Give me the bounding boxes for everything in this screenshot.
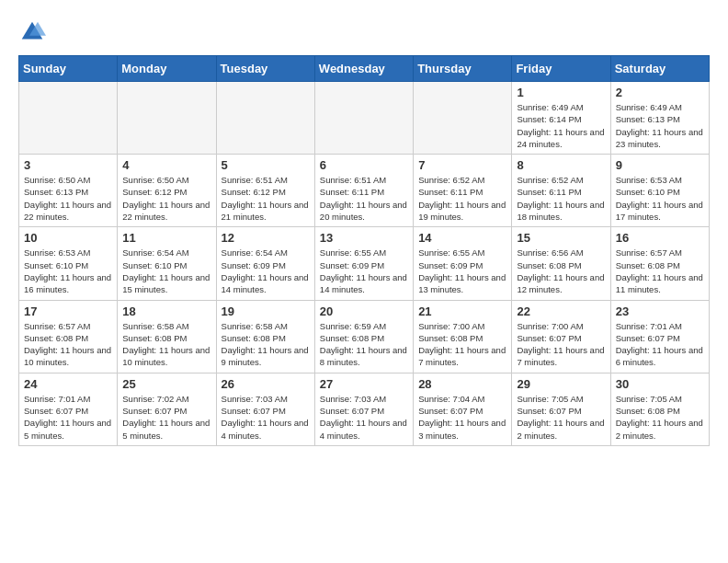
- calendar-cell: 11Sunrise: 6:54 AM Sunset: 6:10 PM Dayli…: [118, 227, 216, 300]
- calendar-cell: 2Sunrise: 6:49 AM Sunset: 6:13 PM Daylig…: [610, 82, 709, 155]
- day-number: 9: [616, 158, 704, 172]
- day-number: 5: [222, 158, 310, 172]
- calendar-cell: 21Sunrise: 7:00 AM Sunset: 6:08 PM Dayli…: [414, 300, 512, 373]
- day-number: 26: [222, 377, 310, 391]
- day-info: Sunrise: 6:51 AM Sunset: 6:12 PM Dayligh…: [222, 174, 310, 223]
- calendar-body: 1Sunrise: 6:49 AM Sunset: 6:14 PM Daylig…: [19, 82, 710, 446]
- day-number: 11: [122, 231, 210, 245]
- day-info: Sunrise: 7:01 AM Sunset: 6:07 PM Dayligh…: [616, 320, 704, 369]
- calendar-week-2: 3Sunrise: 6:50 AM Sunset: 6:13 PM Daylig…: [19, 155, 710, 227]
- calendar-week-5: 24Sunrise: 7:01 AM Sunset: 6:07 PM Dayli…: [19, 373, 710, 445]
- calendar-cell: [414, 82, 512, 155]
- calendar-cell: 19Sunrise: 6:58 AM Sunset: 6:08 PM Dayli…: [216, 300, 314, 373]
- day-info: Sunrise: 6:50 AM Sunset: 6:13 PM Dayligh…: [24, 174, 112, 223]
- calendar-cell: 30Sunrise: 7:05 AM Sunset: 6:08 PM Dayli…: [610, 373, 709, 445]
- day-number: 12: [222, 231, 310, 245]
- day-header-thursday: Thursday: [414, 56, 512, 82]
- day-header-saturday: Saturday: [610, 56, 709, 82]
- calendar-cell: 23Sunrise: 7:01 AM Sunset: 6:07 PM Dayli…: [610, 300, 709, 373]
- day-number: 18: [122, 304, 210, 318]
- calendar-cell: 12Sunrise: 6:54 AM Sunset: 6:09 PM Dayli…: [216, 227, 314, 300]
- day-number: 17: [24, 304, 112, 318]
- day-info: Sunrise: 7:01 AM Sunset: 6:07 PM Dayligh…: [24, 393, 112, 442]
- day-info: Sunrise: 6:57 AM Sunset: 6:08 PM Dayligh…: [24, 320, 112, 369]
- day-info: Sunrise: 6:51 AM Sunset: 6:11 PM Dayligh…: [320, 174, 408, 223]
- logo-icon: [18, 18, 46, 46]
- calendar-cell: 18Sunrise: 6:58 AM Sunset: 6:08 PM Dayli…: [118, 300, 216, 373]
- calendar-cell: 6Sunrise: 6:51 AM Sunset: 6:11 PM Daylig…: [314, 155, 413, 227]
- calendar-cell: 17Sunrise: 6:57 AM Sunset: 6:08 PM Dayli…: [19, 300, 118, 373]
- day-number: 15: [517, 231, 605, 245]
- calendar-cell: 5Sunrise: 6:51 AM Sunset: 6:12 PM Daylig…: [216, 155, 314, 227]
- day-info: Sunrise: 7:04 AM Sunset: 6:07 PM Dayligh…: [418, 393, 506, 442]
- calendar-cell: [19, 82, 118, 155]
- logo: [18, 18, 50, 46]
- calendar-cell: [314, 82, 413, 155]
- calendar-cell: 22Sunrise: 7:00 AM Sunset: 6:07 PM Dayli…: [512, 300, 610, 373]
- calendar-cell: 10Sunrise: 6:53 AM Sunset: 6:10 PM Dayli…: [19, 227, 118, 300]
- day-number: 29: [517, 377, 605, 391]
- day-info: Sunrise: 7:03 AM Sunset: 6:07 PM Dayligh…: [222, 393, 310, 442]
- calendar-cell: 27Sunrise: 7:03 AM Sunset: 6:07 PM Dayli…: [314, 373, 413, 445]
- calendar-cell: 7Sunrise: 6:52 AM Sunset: 6:11 PM Daylig…: [414, 155, 512, 227]
- calendar-week-3: 10Sunrise: 6:53 AM Sunset: 6:10 PM Dayli…: [19, 227, 710, 300]
- calendar-cell: 29Sunrise: 7:05 AM Sunset: 6:07 PM Dayli…: [512, 373, 610, 445]
- calendar-cell: 14Sunrise: 6:55 AM Sunset: 6:09 PM Dayli…: [414, 227, 512, 300]
- day-header-tuesday: Tuesday: [216, 56, 314, 82]
- day-number: 24: [24, 377, 112, 391]
- day-number: 27: [320, 377, 408, 391]
- day-number: 21: [418, 304, 506, 318]
- day-info: Sunrise: 7:00 AM Sunset: 6:07 PM Dayligh…: [517, 320, 605, 369]
- day-info: Sunrise: 7:05 AM Sunset: 6:08 PM Dayligh…: [616, 393, 704, 442]
- day-number: 14: [418, 231, 506, 245]
- calendar-cell: [216, 82, 314, 155]
- calendar: SundayMondayTuesdayWednesdayThursdayFrid…: [18, 55, 710, 446]
- day-header-sunday: Sunday: [19, 56, 118, 82]
- day-info: Sunrise: 6:49 AM Sunset: 6:14 PM Dayligh…: [517, 101, 605, 150]
- day-number: 25: [122, 377, 210, 391]
- day-info: Sunrise: 6:55 AM Sunset: 6:09 PM Dayligh…: [418, 247, 506, 295]
- day-info: Sunrise: 6:52 AM Sunset: 6:11 PM Dayligh…: [418, 174, 506, 223]
- calendar-cell: 16Sunrise: 6:57 AM Sunset: 6:08 PM Dayli…: [610, 227, 709, 300]
- calendar-cell: 13Sunrise: 6:55 AM Sunset: 6:09 PM Dayli…: [314, 227, 413, 300]
- day-info: Sunrise: 6:59 AM Sunset: 6:08 PM Dayligh…: [320, 320, 408, 369]
- day-number: 16: [616, 231, 704, 245]
- header: [18, 18, 710, 46]
- day-info: Sunrise: 6:56 AM Sunset: 6:08 PM Dayligh…: [517, 247, 605, 295]
- day-number: 22: [517, 304, 605, 318]
- day-info: Sunrise: 6:53 AM Sunset: 6:10 PM Dayligh…: [24, 247, 112, 295]
- calendar-cell: 25Sunrise: 7:02 AM Sunset: 6:07 PM Dayli…: [118, 373, 216, 445]
- day-info: Sunrise: 7:02 AM Sunset: 6:07 PM Dayligh…: [122, 393, 210, 442]
- day-number: 30: [616, 377, 704, 391]
- day-number: 19: [222, 304, 310, 318]
- calendar-cell: 20Sunrise: 6:59 AM Sunset: 6:08 PM Dayli…: [314, 300, 413, 373]
- day-info: Sunrise: 7:05 AM Sunset: 6:07 PM Dayligh…: [517, 393, 605, 442]
- calendar-cell: 24Sunrise: 7:01 AM Sunset: 6:07 PM Dayli…: [19, 373, 118, 445]
- calendar-cell: [118, 82, 216, 155]
- day-number: 13: [320, 231, 408, 245]
- calendar-cell: 8Sunrise: 6:52 AM Sunset: 6:11 PM Daylig…: [512, 155, 610, 227]
- day-number: 23: [616, 304, 704, 318]
- calendar-cell: 4Sunrise: 6:50 AM Sunset: 6:12 PM Daylig…: [118, 155, 216, 227]
- day-number: 7: [418, 158, 506, 172]
- calendar-cell: 3Sunrise: 6:50 AM Sunset: 6:13 PM Daylig…: [19, 155, 118, 227]
- day-header-friday: Friday: [512, 56, 610, 82]
- day-info: Sunrise: 6:54 AM Sunset: 6:10 PM Dayligh…: [122, 247, 210, 295]
- day-number: 28: [418, 377, 506, 391]
- calendar-week-4: 17Sunrise: 6:57 AM Sunset: 6:08 PM Dayli…: [19, 300, 710, 373]
- day-info: Sunrise: 6:53 AM Sunset: 6:10 PM Dayligh…: [616, 174, 704, 223]
- day-info: Sunrise: 6:55 AM Sunset: 6:09 PM Dayligh…: [320, 247, 408, 295]
- day-info: Sunrise: 6:49 AM Sunset: 6:13 PM Dayligh…: [616, 101, 704, 150]
- calendar-cell: 28Sunrise: 7:04 AM Sunset: 6:07 PM Dayli…: [414, 373, 512, 445]
- day-info: Sunrise: 7:00 AM Sunset: 6:08 PM Dayligh…: [418, 320, 506, 369]
- day-info: Sunrise: 6:50 AM Sunset: 6:12 PM Dayligh…: [122, 174, 210, 223]
- day-info: Sunrise: 6:57 AM Sunset: 6:08 PM Dayligh…: [616, 247, 704, 295]
- day-header-monday: Monday: [118, 56, 216, 82]
- day-number: 20: [320, 304, 408, 318]
- calendar-cell: 15Sunrise: 6:56 AM Sunset: 6:08 PM Dayli…: [512, 227, 610, 300]
- day-header-wednesday: Wednesday: [314, 56, 413, 82]
- calendar-cell: 1Sunrise: 6:49 AM Sunset: 6:14 PM Daylig…: [512, 82, 610, 155]
- day-number: 3: [24, 158, 112, 172]
- calendar-cell: 9Sunrise: 6:53 AM Sunset: 6:10 PM Daylig…: [610, 155, 709, 227]
- day-number: 10: [24, 231, 112, 245]
